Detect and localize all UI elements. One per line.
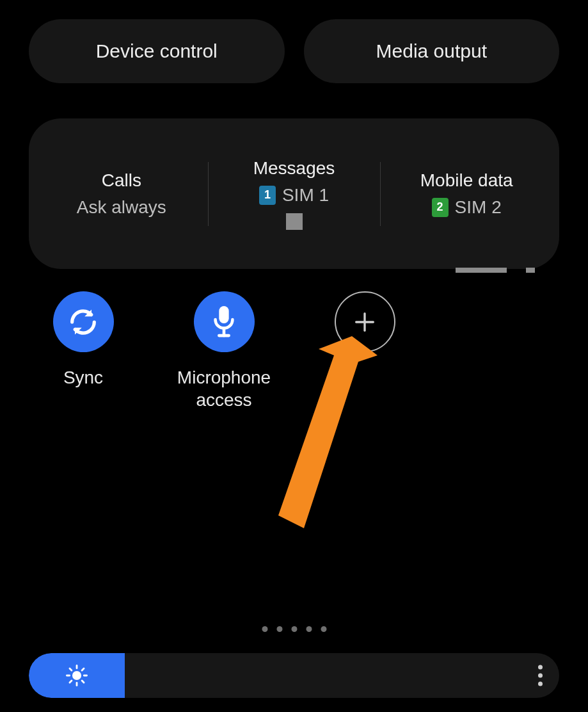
sim1-badge-icon: 1 [259,186,276,205]
indicator-square-icon [286,213,303,230]
page-dot [306,626,312,632]
sim-messages-indicator [286,213,303,230]
microphone-label: Microphone access [177,366,271,411]
media-output-label: Media output [376,40,487,62]
sync-label: Sync [63,366,103,389]
microphone-icon [209,303,239,341]
svg-point-6 [72,671,81,680]
sync-toggle[interactable] [53,291,114,352]
media-output-button[interactable]: Media output [304,19,560,83]
sim-messages-button[interactable]: Messages 1 SIM 1 [208,146,381,242]
sun-icon [66,665,88,686]
svg-line-11 [70,668,72,670]
more-dot-icon [538,674,543,678]
brightness-slider[interactable] [29,653,559,698]
sim-calls-button[interactable]: Calls Ask always [35,146,208,242]
page-dot [291,626,297,632]
brightness-more-button[interactable] [538,665,543,686]
svg-rect-0 [219,306,228,323]
page-dot [276,626,282,632]
brightness-fill [29,653,125,698]
sim-mobiledata-button[interactable]: Mobile data 2 SIM 2 [380,146,553,242]
sim-calls-title: Calls [102,170,141,191]
sim-messages-value-text: SIM 1 [282,185,329,206]
svg-line-14 [82,668,84,670]
sim-messages-title: Messages [253,158,335,179]
pagination-dots[interactable] [262,626,326,632]
svg-line-12 [82,681,84,683]
sim-calls-value: Ask always [77,197,166,218]
microphone-access-toggle[interactable] [194,291,255,352]
device-control-label: Device control [96,40,218,62]
svg-line-13 [70,681,72,683]
sim-mobiledata-value-text: SIM 2 [455,197,502,218]
sim-mobiledata-title: Mobile data [420,170,513,191]
quick-toggles-row: Sync Microphone access [0,269,588,411]
sim-settings-panel: Calls Ask always Messages 1 SIM 1 Mobile… [29,118,559,269]
sim-messages-value: 1 SIM 1 [259,185,329,206]
sim2-badge-icon: 2 [432,198,449,217]
sim-mobiledata-indicator [456,268,535,273]
page-dot [321,626,326,632]
plus-icon [352,309,377,335]
sim-mobiledata-value: 2 SIM 2 [432,197,502,218]
sync-icon [67,305,100,339]
indicator-bar-long-icon [456,268,507,273]
device-control-button[interactable]: Device control [29,19,285,83]
indicator-bar-short-icon [526,268,535,273]
more-dot-icon [538,665,543,670]
page-dot [262,626,267,632]
add-toggle-button[interactable] [335,291,395,352]
more-dot-icon [538,682,543,686]
